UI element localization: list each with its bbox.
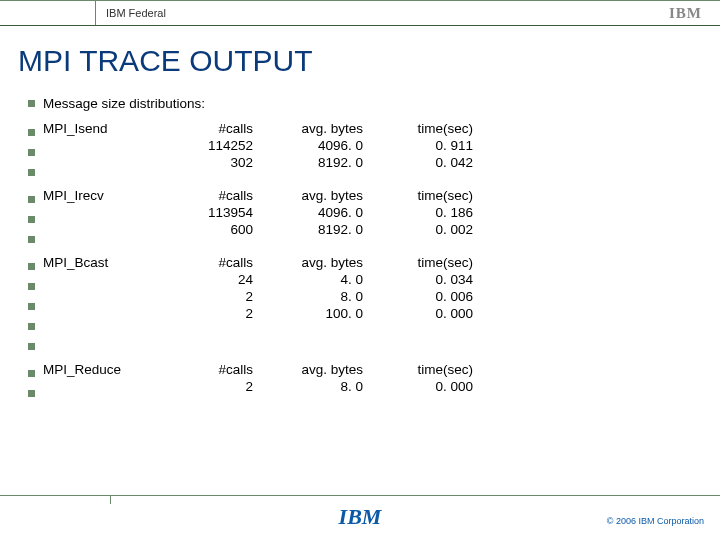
bullet-icon <box>28 236 35 243</box>
bullet-icon <box>28 263 35 270</box>
bullet-icon <box>28 323 35 330</box>
mpi-function-name: MPI_Isend <box>43 121 183 176</box>
bullet-icon <box>28 216 35 223</box>
bytes-column: avg. bytes 4096. 0 8192. 0 <box>253 121 363 176</box>
section-label-text: Message size distributions: <box>43 96 205 111</box>
bullet-icon <box>28 149 35 156</box>
bullet-column <box>28 188 43 243</box>
calls-column: #calls 24 2 2 <box>183 255 253 350</box>
footer-tick <box>110 496 111 504</box>
mpi-block: MPI_Isend#calls 114252 302avg. bytes 409… <box>28 121 692 176</box>
bullet-icon <box>28 196 35 203</box>
bullet-icon <box>28 129 35 136</box>
mpi-columns: #calls 2avg. bytes 8. 0time(sec) 0. 000 <box>183 362 473 397</box>
bullet-icon <box>28 370 35 377</box>
header-bar: IBM Federal IBM <box>0 0 720 26</box>
mpi-columns: #calls 24 2 2avg. bytes 4. 0 8. 0 100. 0… <box>183 255 473 350</box>
footer-rule <box>0 495 720 504</box>
bytes-column: avg. bytes 4096. 0 8192. 0 <box>253 188 363 243</box>
time-column: time(sec) 0. 000 <box>363 362 473 397</box>
time-column: time(sec) 0. 911 0. 042 <box>363 121 473 176</box>
calls-column: #calls 113954 600 <box>183 188 253 243</box>
time-column: time(sec) 0. 186 0. 002 <box>363 188 473 243</box>
mpi-columns: #calls 114252 302avg. bytes 4096. 0 8192… <box>183 121 473 176</box>
ibm-logo-icon: IBM <box>669 5 702 22</box>
mpi-block: MPI_Bcast#calls 24 2 2avg. bytes 4. 0 8.… <box>28 255 692 350</box>
bullet-icon <box>28 390 35 397</box>
bullet-column <box>28 255 43 350</box>
header-division: IBM Federal <box>106 7 166 19</box>
bullet-column <box>28 121 43 176</box>
time-column: time(sec) 0. 034 0. 006 0. 000 <box>363 255 473 350</box>
bullet-column <box>28 362 43 397</box>
mpi-columns: #calls 113954 600avg. bytes 4096. 0 8192… <box>183 188 473 243</box>
bytes-column: avg. bytes 4. 0 8. 0 100. 0 <box>253 255 363 350</box>
bullet-icon <box>28 283 35 290</box>
calls-column: #calls 114252 302 <box>183 121 253 176</box>
copyright-text: © 2006 IBM Corporation <box>607 516 704 526</box>
calls-column: #calls 2 <box>183 362 253 397</box>
bullet-icon <box>28 303 35 310</box>
mpi-block: MPI_Irecv#calls 113954 600avg. bytes 409… <box>28 188 692 243</box>
bullet-icon <box>28 343 35 350</box>
bullet-icon <box>28 169 35 176</box>
mpi-block: MPI_Reduce#calls 2avg. bytes 8. 0time(se… <box>28 362 692 397</box>
section-heading: Message size distributions: <box>28 96 692 111</box>
bytes-column: avg. bytes 8. 0 <box>253 362 363 397</box>
bullet-icon <box>28 100 35 107</box>
content-area: Message size distributions: MPI_Isend#ca… <box>28 96 692 397</box>
mpi-function-name: MPI_Reduce <box>43 362 183 397</box>
mpi-function-name: MPI_Bcast <box>43 255 183 350</box>
page-title: MPI TRACE OUTPUT <box>18 44 702 78</box>
mpi-function-name: MPI_Irecv <box>43 188 183 243</box>
header-tick-left <box>95 1 96 25</box>
